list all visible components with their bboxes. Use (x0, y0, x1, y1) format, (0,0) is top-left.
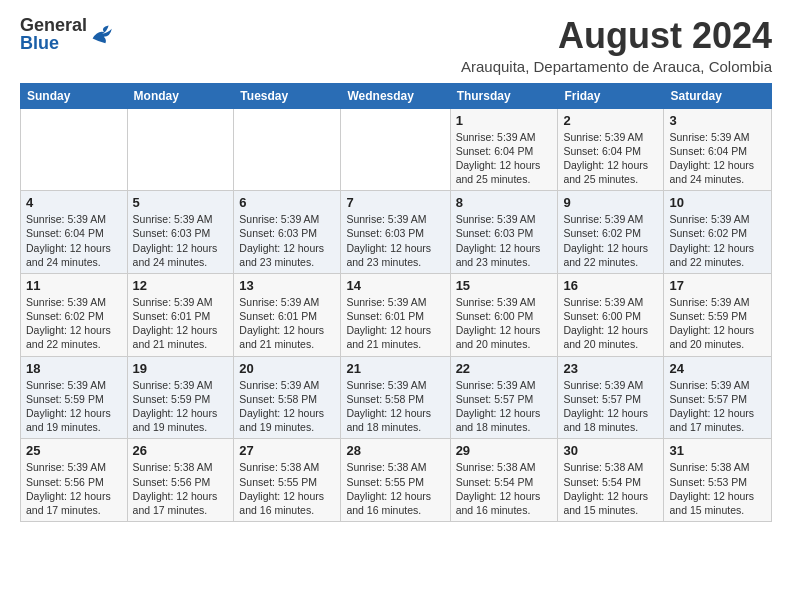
day-number: 3 (669, 113, 766, 128)
day-cell: 17Sunrise: 5:39 AM Sunset: 5:59 PM Dayli… (664, 273, 772, 356)
day-info: Sunrise: 5:39 AM Sunset: 6:01 PM Dayligh… (133, 295, 229, 352)
day-cell: 20Sunrise: 5:39 AM Sunset: 5:58 PM Dayli… (234, 356, 341, 439)
week-row-4: 18Sunrise: 5:39 AM Sunset: 5:59 PM Dayli… (21, 356, 772, 439)
day-number: 15 (456, 278, 553, 293)
weekday-header-monday: Monday (127, 83, 234, 108)
day-number: 2 (563, 113, 658, 128)
weekday-header-sunday: Sunday (21, 83, 128, 108)
day-number: 28 (346, 443, 444, 458)
day-cell: 2Sunrise: 5:39 AM Sunset: 6:04 PM Daylig… (558, 108, 664, 191)
day-cell: 23Sunrise: 5:39 AM Sunset: 5:57 PM Dayli… (558, 356, 664, 439)
day-cell: 8Sunrise: 5:39 AM Sunset: 6:03 PM Daylig… (450, 191, 558, 274)
day-cell: 25Sunrise: 5:39 AM Sunset: 5:56 PM Dayli… (21, 439, 128, 522)
weekday-header-thursday: Thursday (450, 83, 558, 108)
day-cell: 4Sunrise: 5:39 AM Sunset: 6:04 PM Daylig… (21, 191, 128, 274)
day-number: 22 (456, 361, 553, 376)
day-info: Sunrise: 5:39 AM Sunset: 5:57 PM Dayligh… (669, 378, 766, 435)
day-number: 12 (133, 278, 229, 293)
logo: General Blue (20, 16, 115, 52)
day-cell: 3Sunrise: 5:39 AM Sunset: 6:04 PM Daylig… (664, 108, 772, 191)
day-cell: 9Sunrise: 5:39 AM Sunset: 6:02 PM Daylig… (558, 191, 664, 274)
day-cell: 22Sunrise: 5:39 AM Sunset: 5:57 PM Dayli… (450, 356, 558, 439)
day-cell: 11Sunrise: 5:39 AM Sunset: 6:02 PM Dayli… (21, 273, 128, 356)
logo-bird-icon (91, 24, 115, 44)
day-number: 11 (26, 278, 122, 293)
weekday-header-wednesday: Wednesday (341, 83, 450, 108)
day-info: Sunrise: 5:39 AM Sunset: 6:01 PM Dayligh… (346, 295, 444, 352)
day-cell: 27Sunrise: 5:38 AM Sunset: 5:55 PM Dayli… (234, 439, 341, 522)
day-cell: 31Sunrise: 5:38 AM Sunset: 5:53 PM Dayli… (664, 439, 772, 522)
day-info: Sunrise: 5:39 AM Sunset: 6:02 PM Dayligh… (26, 295, 122, 352)
week-row-1: 1Sunrise: 5:39 AM Sunset: 6:04 PM Daylig… (21, 108, 772, 191)
day-number: 31 (669, 443, 766, 458)
day-cell (234, 108, 341, 191)
day-cell: 14Sunrise: 5:39 AM Sunset: 6:01 PM Dayli… (341, 273, 450, 356)
week-row-3: 11Sunrise: 5:39 AM Sunset: 6:02 PM Dayli… (21, 273, 772, 356)
day-info: Sunrise: 5:38 AM Sunset: 5:54 PM Dayligh… (563, 460, 658, 517)
day-cell: 6Sunrise: 5:39 AM Sunset: 6:03 PM Daylig… (234, 191, 341, 274)
weekday-header-saturday: Saturday (664, 83, 772, 108)
day-info: Sunrise: 5:39 AM Sunset: 5:58 PM Dayligh… (346, 378, 444, 435)
day-cell: 19Sunrise: 5:39 AM Sunset: 5:59 PM Dayli… (127, 356, 234, 439)
day-cell: 16Sunrise: 5:39 AM Sunset: 6:00 PM Dayli… (558, 273, 664, 356)
day-number: 1 (456, 113, 553, 128)
location-subtitle: Arauquita, Departamento de Arauca, Colom… (461, 58, 772, 75)
day-info: Sunrise: 5:39 AM Sunset: 6:03 PM Dayligh… (239, 212, 335, 269)
day-cell: 29Sunrise: 5:38 AM Sunset: 5:54 PM Dayli… (450, 439, 558, 522)
day-number: 14 (346, 278, 444, 293)
day-number: 23 (563, 361, 658, 376)
day-number: 8 (456, 195, 553, 210)
day-number: 13 (239, 278, 335, 293)
day-info: Sunrise: 5:39 AM Sunset: 6:04 PM Dayligh… (563, 130, 658, 187)
day-cell: 18Sunrise: 5:39 AM Sunset: 5:59 PM Dayli… (21, 356, 128, 439)
day-info: Sunrise: 5:39 AM Sunset: 5:56 PM Dayligh… (26, 460, 122, 517)
day-number: 4 (26, 195, 122, 210)
logo-blue: Blue (20, 33, 59, 53)
day-cell: 12Sunrise: 5:39 AM Sunset: 6:01 PM Dayli… (127, 273, 234, 356)
day-cell: 7Sunrise: 5:39 AM Sunset: 6:03 PM Daylig… (341, 191, 450, 274)
day-info: Sunrise: 5:39 AM Sunset: 6:00 PM Dayligh… (563, 295, 658, 352)
day-cell: 24Sunrise: 5:39 AM Sunset: 5:57 PM Dayli… (664, 356, 772, 439)
day-number: 16 (563, 278, 658, 293)
day-info: Sunrise: 5:39 AM Sunset: 6:04 PM Dayligh… (26, 212, 122, 269)
day-info: Sunrise: 5:39 AM Sunset: 6:03 PM Dayligh… (346, 212, 444, 269)
logo-text: General Blue (20, 16, 87, 52)
weekday-header-friday: Friday (558, 83, 664, 108)
day-info: Sunrise: 5:38 AM Sunset: 5:55 PM Dayligh… (346, 460, 444, 517)
day-cell (21, 108, 128, 191)
day-info: Sunrise: 5:39 AM Sunset: 5:59 PM Dayligh… (669, 295, 766, 352)
day-info: Sunrise: 5:38 AM Sunset: 5:55 PM Dayligh… (239, 460, 335, 517)
day-cell: 21Sunrise: 5:39 AM Sunset: 5:58 PM Dayli… (341, 356, 450, 439)
day-info: Sunrise: 5:38 AM Sunset: 5:53 PM Dayligh… (669, 460, 766, 517)
day-cell: 10Sunrise: 5:39 AM Sunset: 6:02 PM Dayli… (664, 191, 772, 274)
day-number: 21 (346, 361, 444, 376)
day-number: 24 (669, 361, 766, 376)
day-number: 26 (133, 443, 229, 458)
day-info: Sunrise: 5:38 AM Sunset: 5:56 PM Dayligh… (133, 460, 229, 517)
day-number: 20 (239, 361, 335, 376)
day-info: Sunrise: 5:39 AM Sunset: 6:02 PM Dayligh… (669, 212, 766, 269)
weekday-header-tuesday: Tuesday (234, 83, 341, 108)
day-number: 17 (669, 278, 766, 293)
day-cell: 13Sunrise: 5:39 AM Sunset: 6:01 PM Dayli… (234, 273, 341, 356)
day-cell: 26Sunrise: 5:38 AM Sunset: 5:56 PM Dayli… (127, 439, 234, 522)
day-info: Sunrise: 5:39 AM Sunset: 5:58 PM Dayligh… (239, 378, 335, 435)
day-number: 19 (133, 361, 229, 376)
day-cell (127, 108, 234, 191)
day-cell (341, 108, 450, 191)
day-info: Sunrise: 5:39 AM Sunset: 6:04 PM Dayligh… (669, 130, 766, 187)
page: General Blue August 2024 Arauquita, Depa… (0, 0, 792, 532)
day-info: Sunrise: 5:39 AM Sunset: 5:59 PM Dayligh… (133, 378, 229, 435)
day-info: Sunrise: 5:38 AM Sunset: 5:54 PM Dayligh… (456, 460, 553, 517)
day-number: 29 (456, 443, 553, 458)
day-cell: 1Sunrise: 5:39 AM Sunset: 6:04 PM Daylig… (450, 108, 558, 191)
calendar-table: SundayMondayTuesdayWednesdayThursdayFrid… (20, 83, 772, 522)
day-number: 25 (26, 443, 122, 458)
day-cell: 30Sunrise: 5:38 AM Sunset: 5:54 PM Dayli… (558, 439, 664, 522)
day-info: Sunrise: 5:39 AM Sunset: 6:02 PM Dayligh… (563, 212, 658, 269)
day-info: Sunrise: 5:39 AM Sunset: 6:04 PM Dayligh… (456, 130, 553, 187)
day-info: Sunrise: 5:39 AM Sunset: 6:00 PM Dayligh… (456, 295, 553, 352)
day-info: Sunrise: 5:39 AM Sunset: 5:57 PM Dayligh… (563, 378, 658, 435)
day-number: 10 (669, 195, 766, 210)
day-number: 6 (239, 195, 335, 210)
